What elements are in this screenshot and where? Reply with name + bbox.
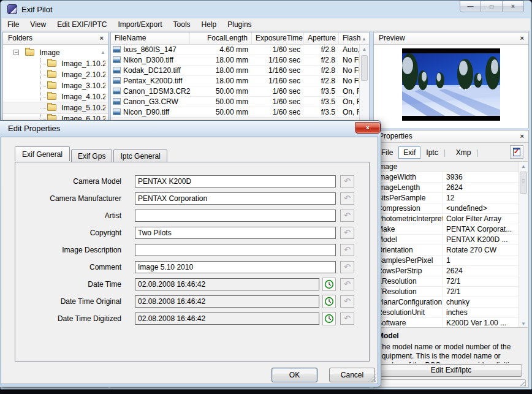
column-header[interactable]: ExposureTime xyxy=(252,32,304,45)
image-file-icon xyxy=(113,67,121,74)
dialog-close-button[interactable]: × xyxy=(355,122,381,134)
table-row[interactable]: Nicon_D90.tiff 50.00 mm 1/60 sec f/3.5 O… xyxy=(111,107,369,118)
datetime-picker-button[interactable] xyxy=(322,278,336,291)
datetime-picker-button[interactable] xyxy=(322,295,336,308)
tree-item[interactable]: Image_5.10.2 xyxy=(3,102,108,113)
undo-button[interactable]: ↶ xyxy=(340,313,354,325)
undo-button[interactable]: ↶ xyxy=(340,261,354,273)
column-header[interactable]: Flash xyxy=(339,32,360,45)
property-row[interactable]: Software K200D Ver 1.00 ... xyxy=(374,318,528,328)
table-row[interactable]: Canon_G3.CRW 50.00 mm 1/60 sec f/3.5 On,… xyxy=(111,97,369,107)
properties-tab[interactable]: Iptc xyxy=(421,146,450,159)
close-panel-icon[interactable]: × xyxy=(100,32,104,44)
menu-item[interactable]: Plugins xyxy=(222,18,257,31)
tree-item[interactable]: Image_4.10.2 xyxy=(3,91,108,102)
tree-item[interactable]: Image_2.10.2 xyxy=(3,69,108,80)
scroll-up-icon[interactable]: ▲ xyxy=(101,50,105,55)
scrollbar-thumb[interactable] xyxy=(361,55,368,81)
table-row[interactable]: Canon_1DSM3.CR2 50.00 mm 1/60 sec f/3.5 … xyxy=(111,86,369,97)
property-row[interactable]: ResolutionUnit inches xyxy=(374,308,528,318)
property-value: inches xyxy=(443,308,528,317)
undo-button[interactable]: ↶ xyxy=(340,295,354,308)
scroll-up-icon[interactable]: ▲ xyxy=(519,164,528,169)
table-row[interactable]: Ixus_860IS_147 4.60 mm 1/60 sec f/2.8 Au… xyxy=(111,45,369,55)
property-row[interactable]: Model PENTAX K200D ... xyxy=(374,235,528,245)
menu-item[interactable]: Help xyxy=(196,18,222,31)
undo-icon: ↶ xyxy=(344,279,351,289)
undo-button[interactable]: ↶ xyxy=(340,227,354,239)
menu-item[interactable]: Tools xyxy=(168,18,196,31)
menu-item[interactable]: Edit EXIF/IPTC xyxy=(51,18,112,31)
tree-item-label: Image_5.10.2 xyxy=(61,102,105,113)
table-scrollbar[interactable]: ▲ xyxy=(359,45,369,121)
property-row[interactable]: PlanarConfiguration chunky xyxy=(374,297,528,308)
property-row[interactable]: YResolution 72/1 xyxy=(374,287,528,297)
undo-button[interactable]: ↶ xyxy=(340,175,354,188)
properties-tab[interactable]: Xmp xyxy=(451,146,484,159)
dialog-tab[interactable]: Exif General xyxy=(15,146,70,161)
close-panel-icon[interactable]: × xyxy=(520,32,524,44)
tree-item[interactable]: Image_3.10.2 xyxy=(3,80,108,91)
column-header[interactable]: FileName xyxy=(111,32,190,45)
property-row[interactable]: XResolution 72/1 xyxy=(374,276,528,287)
properties-tab[interactable]: Exif xyxy=(398,146,420,159)
tree-item-image-root[interactable]: − Image xyxy=(3,47,108,58)
property-row[interactable]: RowsPerStrip 2624 xyxy=(374,266,528,276)
aperture-cell: f/2.8 xyxy=(304,66,339,75)
property-value: <undefined> xyxy=(443,203,528,213)
undo-button[interactable]: ↶ xyxy=(340,244,354,256)
property-row[interactable]: BitsPerSample 12 xyxy=(374,193,528,203)
column-header[interactable]: Aperture xyxy=(304,32,339,45)
scrollbar-thumb[interactable] xyxy=(520,172,527,194)
scroll-down-icon[interactable]: ▼ xyxy=(519,321,528,327)
undo-button[interactable]: ↶ xyxy=(340,192,354,205)
field-label: Artist xyxy=(15,210,121,222)
cancel-button[interactable]: Cancel xyxy=(329,368,375,382)
collapse-icon[interactable]: − xyxy=(13,50,19,55)
property-key: ResolutionUnit xyxy=(374,308,443,317)
folder-icon xyxy=(47,82,56,89)
property-row[interactable]: SamplesPerPixel 1 xyxy=(374,256,528,266)
column-header[interactable]: FocalLength xyxy=(190,32,252,45)
close-button[interactable]: × xyxy=(503,1,524,12)
menu-item[interactable]: View xyxy=(25,18,51,31)
menu-item[interactable]: File xyxy=(2,18,25,31)
text-input[interactable]: PENTAX K200D xyxy=(135,175,336,188)
table-row[interactable]: Kodak_DC120.tiff 18.00 mm 1/160 sec f/2.… xyxy=(111,66,369,76)
text-input[interactable]: Image 5.10 2010 xyxy=(135,261,336,273)
dialog-tab[interactable]: Exif Gps xyxy=(71,150,112,162)
date-input[interactable]: 02.08.2008 16:46:42 xyxy=(135,313,319,325)
properties-scrollbar[interactable]: ▲ ▼ xyxy=(519,162,528,328)
property-value: K200D Ver 1.00 ... xyxy=(443,318,528,328)
maximize-button[interactable]: □ xyxy=(481,1,503,12)
menu-item[interactable]: Import/Export xyxy=(113,18,168,31)
date-input[interactable]: 02.08.2008 16:46:42 xyxy=(135,295,319,308)
date-input[interactable]: 02.08.2008 16:46:42 xyxy=(135,278,319,290)
table-row[interactable]: Nikon_D300.tiff 18.00 mm 1/160 sec f/2.8… xyxy=(111,55,369,66)
undo-button[interactable]: ↶ xyxy=(340,210,354,222)
close-panel-icon[interactable]: × xyxy=(520,131,524,142)
choose-properties-button[interactable]: ✓ xyxy=(510,145,523,159)
undo-button[interactable]: ↶ xyxy=(340,278,354,290)
datetime-picker-button[interactable] xyxy=(322,312,336,325)
scroll-up-icon[interactable]: ▲ xyxy=(360,45,369,54)
property-row[interactable]: ImageWidth 3936 xyxy=(374,172,528,183)
text-input[interactable]: PENTAX Corporation xyxy=(135,192,336,205)
property-row[interactable]: Compression <undefined> xyxy=(374,203,528,214)
property-row[interactable]: PhotometricInterpretation Color Filter A… xyxy=(374,214,528,224)
text-input[interactable] xyxy=(135,244,336,256)
property-row[interactable]: Orientation Rotate 270 CW xyxy=(374,245,528,256)
text-input[interactable]: Two Pilots xyxy=(135,227,336,239)
minimize-button[interactable]: — xyxy=(460,1,481,12)
edit-exif-iptc-button[interactable]: Edit Exif/Iptc xyxy=(380,364,522,377)
flash-cell: Auto, xyxy=(339,45,360,55)
tree-item[interactable]: Image_1.10.2 xyxy=(3,58,108,69)
property-row[interactable]: ImageLength 2624 xyxy=(374,183,528,193)
text-input[interactable] xyxy=(135,210,336,222)
property-row[interactable]: Make PENTAX Corporat... xyxy=(374,224,528,235)
dialog-tab[interactable]: Iptc General xyxy=(113,150,167,162)
property-group-header[interactable]: Image xyxy=(374,162,528,172)
ok-button[interactable]: OK xyxy=(272,368,317,382)
resize-grip[interactable] xyxy=(518,379,525,386)
table-row[interactable]: Pentax_K200D.tiff 18.00 mm 1/160 sec f/2… xyxy=(111,76,369,86)
